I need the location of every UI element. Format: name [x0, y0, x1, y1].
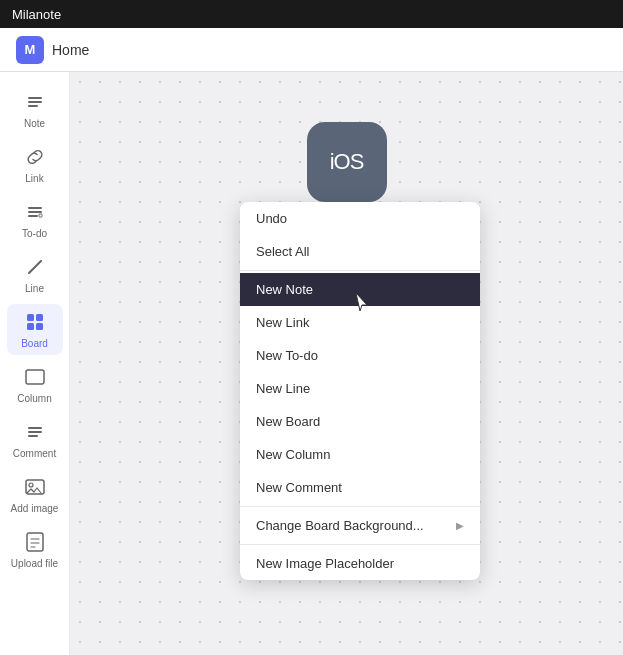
menu-item-new-link[interactable]: New Link — [240, 306, 480, 339]
board-icon-sidebar — [23, 310, 47, 334]
menu-item-new-note[interactable]: New Note — [240, 273, 480, 306]
context-menu: Undo Select All New Note New Link New To… — [240, 202, 480, 580]
svg-rect-12 — [26, 370, 44, 384]
column-icon — [23, 365, 47, 389]
sidebar-item-board[interactable]: Board — [7, 304, 63, 355]
sidebar-item-note[interactable]: Note — [7, 84, 63, 135]
link-icon — [23, 145, 47, 169]
svg-rect-2 — [28, 105, 38, 107]
home-breadcrumb[interactable]: Home — [52, 42, 89, 58]
line-icon — [23, 255, 47, 279]
app-title: Milanote — [12, 7, 61, 22]
svg-rect-14 — [28, 431, 42, 433]
menu-item-new-comment[interactable]: New Comment — [240, 471, 480, 504]
sidebar: Note Link To-do — [0, 72, 70, 655]
header: M Home — [0, 28, 623, 72]
svg-rect-0 — [28, 97, 42, 99]
sidebar-label-todo: To-do — [22, 228, 47, 239]
menu-item-select-all[interactable]: Select All — [240, 235, 480, 268]
addimage-icon — [23, 475, 47, 499]
comment-icon — [23, 420, 47, 444]
sidebar-label-column: Column — [17, 393, 51, 404]
menu-separator-1 — [240, 270, 480, 271]
upload-icon — [23, 530, 47, 554]
sidebar-item-column[interactable]: Column — [7, 359, 63, 410]
menu-item-undo[interactable]: Undo — [240, 202, 480, 235]
app-logo: M — [16, 36, 44, 64]
svg-rect-9 — [36, 314, 43, 321]
canvas-area[interactable]: iOS iOS 6 0 cards Undo Select All New No… — [70, 72, 623, 655]
note-icon — [23, 90, 47, 114]
sidebar-label-addimage: Add image — [11, 503, 59, 514]
sidebar-item-todo[interactable]: To-do — [7, 194, 63, 245]
sidebar-label-upload: Upload file — [11, 558, 58, 569]
svg-line-7 — [29, 261, 41, 273]
sidebar-label-link: Link — [25, 173, 43, 184]
sidebar-item-upload[interactable]: Upload file — [7, 524, 63, 575]
menu-item-new-todo[interactable]: New To-do — [240, 339, 480, 372]
main-layout: Note Link To-do — [0, 72, 623, 655]
svg-rect-10 — [27, 323, 34, 330]
svg-rect-8 — [27, 314, 34, 321]
sidebar-label-line: Line — [25, 283, 44, 294]
sidebar-label-note: Note — [24, 118, 45, 129]
sidebar-item-addimage[interactable]: Add image — [7, 469, 63, 520]
svg-rect-18 — [27, 533, 43, 551]
board-thumbnail: iOS — [307, 122, 387, 202]
svg-rect-11 — [36, 323, 43, 330]
menu-item-new-board[interactable]: New Board — [240, 405, 480, 438]
menu-item-change-bg[interactable]: Change Board Background... ▶ — [240, 509, 480, 542]
todo-icon — [23, 200, 47, 224]
svg-rect-13 — [28, 427, 42, 429]
sidebar-item-link[interactable]: Link — [7, 139, 63, 190]
titlebar: Milanote — [0, 0, 623, 28]
menu-separator-2 — [240, 506, 480, 507]
menu-item-new-line[interactable]: New Line — [240, 372, 480, 405]
submenu-arrow-icon: ▶ — [456, 520, 464, 531]
svg-rect-15 — [28, 435, 38, 437]
svg-rect-4 — [28, 211, 42, 213]
sidebar-item-comment[interactable]: Comment — [7, 414, 63, 465]
svg-rect-3 — [28, 207, 42, 209]
menu-item-new-image[interactable]: New Image Placeholder — [240, 547, 480, 580]
sidebar-item-line[interactable]: Line — [7, 249, 63, 300]
svg-point-17 — [29, 483, 33, 487]
sidebar-label-comment: Comment — [13, 448, 56, 459]
svg-rect-5 — [28, 215, 38, 217]
board-icon-text: iOS — [330, 149, 364, 175]
menu-item-new-column[interactable]: New Column — [240, 438, 480, 471]
svg-rect-6 — [39, 214, 42, 217]
sidebar-label-board: Board — [21, 338, 48, 349]
menu-separator-3 — [240, 544, 480, 545]
svg-rect-1 — [28, 101, 42, 103]
